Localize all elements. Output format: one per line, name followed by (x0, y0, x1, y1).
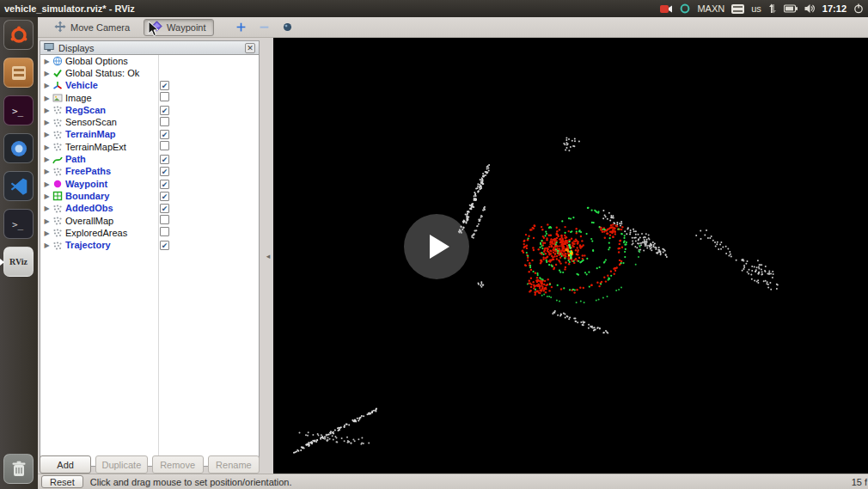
display-row-boundary[interactable]: ▶Boundary✔ (40, 190, 259, 202)
expander-icon[interactable]: ▶ (42, 216, 52, 227)
battery-icon[interactable] (784, 4, 798, 13)
network-indicator-label[interactable]: MAXN (697, 3, 724, 14)
display-row-waypoint[interactable]: ▶Waypoint✔ (40, 178, 259, 190)
expander-icon[interactable]: ▶ (42, 191, 52, 202)
expander-icon[interactable]: ▶ (42, 80, 52, 91)
launcher-item-ubuntu[interactable] (3, 20, 34, 50)
power-icon[interactable] (853, 3, 864, 14)
enable-checkbox-path[interactable]: ✔ (160, 155, 169, 164)
add-display-button[interactable]: Add (40, 455, 91, 474)
rviz-window: Move Camera Waypoint (38, 17, 868, 489)
enable-checkbox-boundary[interactable]: ✔ (160, 192, 169, 201)
display-row-sensorscan[interactable]: ▶SensorScan (40, 116, 259, 128)
volume-icon[interactable] (804, 3, 816, 14)
display-label: Global Options (64, 56, 156, 67)
launcher-item-trash[interactable] (3, 454, 34, 484)
tool-move-camera-button[interactable]: Move Camera (46, 19, 138, 36)
display-label: Global Status: Ok (64, 68, 156, 79)
globe-icon (52, 56, 64, 66)
display-label: OverallMap (64, 216, 156, 227)
screen-recorder-icon[interactable] (660, 4, 673, 14)
display-row-image[interactable]: ▶Image (40, 92, 259, 104)
enable-checkbox-sensorscan[interactable] (160, 117, 169, 126)
play-overlay[interactable] (404, 214, 469, 279)
display-label: Path (64, 154, 156, 165)
launcher-item-terminal2[interactable]: >_ (3, 209, 34, 239)
display-row-overallmap[interactable]: ▶OverallMap (40, 215, 259, 227)
tool-waypoint-button[interactable]: Waypoint (144, 19, 213, 36)
launcher-item-terminal[interactable]: >_ (3, 95, 34, 125)
keyboard-layout-label[interactable]: us (751, 3, 761, 14)
display-row-terrainmapext[interactable]: ▶TerrainMapExt (40, 141, 259, 153)
enable-checkbox-vehicle[interactable]: ✔ (160, 81, 169, 90)
remove-tool-button (256, 19, 273, 36)
displays-icon (44, 42, 54, 54)
display-row-global-options[interactable]: ▶Global Options (40, 55, 259, 67)
expander-icon[interactable]: ▶ (42, 56, 52, 67)
add-tool-button[interactable] (233, 19, 250, 36)
network-traffic-icon[interactable] (768, 3, 777, 14)
points-icon (52, 142, 64, 152)
display-row-exploredareas[interactable]: ▶ExploredAreas (40, 227, 259, 239)
play-button[interactable] (404, 214, 469, 279)
enable-checkbox-waypoint[interactable]: ✔ (160, 180, 169, 189)
status-bar: Reset Click and drag mouse to set positi… (38, 474, 868, 489)
displays-panel-buttons: Add Duplicate Remove Rename (40, 455, 260, 474)
keyboard-icon[interactable] (731, 4, 744, 14)
expander-icon[interactable]: ▶ (42, 228, 52, 239)
expander-icon[interactable]: ▶ (42, 154, 52, 165)
expander-icon[interactable]: ▶ (42, 179, 52, 190)
display-label: SensorScan (64, 117, 156, 128)
enable-checkbox-trajectory[interactable]: ✔ (160, 241, 169, 250)
display-row-trajectory[interactable]: ▶Trajectory✔ (40, 239, 259, 251)
enable-checkbox-regscan[interactable]: ✔ (160, 106, 169, 115)
enable-checkbox-image[interactable] (160, 92, 169, 101)
axes-icon (52, 81, 64, 91)
close-icon[interactable]: ✕ (245, 43, 255, 53)
display-row-regscan[interactable]: ▶RegScan✔ (40, 104, 259, 116)
launcher-item-rviz[interactable]: RViz (3, 247, 34, 277)
displays-panel-header[interactable]: Displays ✕ (40, 40, 260, 55)
enable-checkbox-exploredareas[interactable] (160, 227, 169, 236)
image-icon (52, 93, 64, 103)
expander-icon[interactable]: ▶ (42, 129, 52, 140)
enable-checkbox-terrainmap[interactable]: ✔ (160, 130, 169, 139)
move-camera-icon (54, 21, 66, 34)
enable-checkbox-freepaths[interactable]: ✔ (160, 167, 169, 176)
rename-display-button: Rename (208, 455, 260, 474)
launcher-item-browser[interactable] (3, 133, 34, 163)
column-divider[interactable] (158, 55, 159, 466)
pointcloud-canvas (273, 38, 868, 474)
display-row-path[interactable]: ▶Path✔ (40, 153, 259, 165)
svg-text:>_: >_ (12, 219, 24, 230)
panel-collapse-handle[interactable]: ◂ (264, 249, 272, 263)
points-icon (52, 118, 64, 128)
display-row-global-status-ok[interactable]: ▶Global Status: Ok (40, 67, 259, 79)
expander-icon[interactable]: ▶ (42, 166, 52, 177)
enable-checkbox-terrainmapext[interactable] (160, 141, 169, 150)
app-indicator-icon[interactable] (680, 3, 690, 14)
dot-icon (52, 179, 64, 189)
expander-icon[interactable]: ▶ (42, 93, 52, 104)
reset-button[interactable]: Reset (41, 475, 83, 488)
expander-icon[interactable]: ▶ (42, 240, 52, 251)
display-label: Vehicle (64, 80, 156, 91)
expander-icon[interactable]: ▶ (42, 203, 52, 214)
clock[interactable]: 17:12 (822, 3, 847, 14)
play-icon (430, 235, 449, 259)
expander-icon[interactable]: ▶ (42, 117, 52, 128)
display-row-addedobs[interactable]: ▶AddedObs✔ (40, 203, 259, 215)
display-row-vehicle[interactable]: ▶Vehicle✔ (40, 80, 259, 92)
expander-icon[interactable]: ▶ (42, 68, 52, 79)
launcher-item-files[interactable] (3, 58, 34, 88)
fps-counter: 15 f (852, 477, 868, 487)
expander-icon[interactable]: ▶ (42, 105, 52, 116)
display-row-freepaths[interactable]: ▶FreePaths✔ (40, 166, 259, 178)
tool-properties-button[interactable] (279, 19, 296, 36)
expander-icon[interactable]: ▶ (42, 142, 52, 153)
enable-checkbox-overallmap[interactable] (160, 215, 169, 224)
render-viewport[interactable] (273, 38, 868, 474)
launcher-item-vscode[interactable] (3, 171, 34, 201)
enable-checkbox-addedobs[interactable]: ✔ (160, 204, 169, 213)
display-row-terrainmap[interactable]: ▶TerrainMap✔ (40, 129, 259, 141)
